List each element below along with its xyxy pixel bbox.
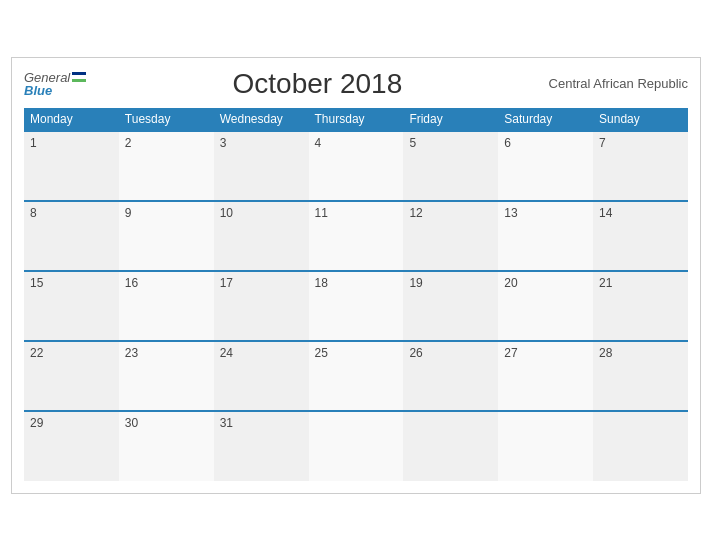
calendar-day-12: 12 bbox=[403, 201, 498, 271]
day-number: 30 bbox=[125, 416, 138, 430]
day-number: 2 bbox=[125, 136, 132, 150]
calendar-empty-cell bbox=[498, 411, 593, 481]
day-number: 10 bbox=[220, 206, 233, 220]
weekday-header-friday: Friday bbox=[403, 108, 498, 131]
calendar-empty-cell bbox=[403, 411, 498, 481]
calendar-day-29: 29 bbox=[24, 411, 119, 481]
calendar-day-25: 25 bbox=[309, 341, 404, 411]
day-number: 24 bbox=[220, 346, 233, 360]
day-number: 8 bbox=[30, 206, 37, 220]
day-number: 20 bbox=[504, 276, 517, 290]
day-number: 17 bbox=[220, 276, 233, 290]
calendar-day-7: 7 bbox=[593, 131, 688, 201]
calendar-week-row: 22232425262728 bbox=[24, 341, 688, 411]
calendar-day-13: 13 bbox=[498, 201, 593, 271]
calendar-day-8: 8 bbox=[24, 201, 119, 271]
calendar-empty-cell bbox=[309, 411, 404, 481]
logo-flag-icon bbox=[72, 72, 86, 82]
country-name: Central African Republic bbox=[549, 76, 688, 91]
calendar-container: General Blue October 2018 Central Africa… bbox=[11, 57, 701, 494]
calendar-day-26: 26 bbox=[403, 341, 498, 411]
day-number: 5 bbox=[409, 136, 416, 150]
calendar-day-14: 14 bbox=[593, 201, 688, 271]
calendar-day-22: 22 bbox=[24, 341, 119, 411]
calendar-day-21: 21 bbox=[593, 271, 688, 341]
day-number: 21 bbox=[599, 276, 612, 290]
day-number: 27 bbox=[504, 346, 517, 360]
calendar-day-31: 31 bbox=[214, 411, 309, 481]
weekday-header-saturday: Saturday bbox=[498, 108, 593, 131]
calendar-week-row: 1234567 bbox=[24, 131, 688, 201]
calendar-day-5: 5 bbox=[403, 131, 498, 201]
calendar-week-row: 891011121314 bbox=[24, 201, 688, 271]
month-title: October 2018 bbox=[86, 68, 548, 100]
calendar-day-1: 1 bbox=[24, 131, 119, 201]
calendar-week-row: 15161718192021 bbox=[24, 271, 688, 341]
day-number: 7 bbox=[599, 136, 606, 150]
calendar-day-10: 10 bbox=[214, 201, 309, 271]
day-number: 14 bbox=[599, 206, 612, 220]
calendar-day-11: 11 bbox=[309, 201, 404, 271]
calendar-day-4: 4 bbox=[309, 131, 404, 201]
calendar-day-16: 16 bbox=[119, 271, 214, 341]
calendar-day-24: 24 bbox=[214, 341, 309, 411]
day-number: 29 bbox=[30, 416, 43, 430]
day-number: 25 bbox=[315, 346, 328, 360]
calendar-day-15: 15 bbox=[24, 271, 119, 341]
calendar-body: 1234567891011121314151617181920212223242… bbox=[24, 131, 688, 481]
calendar-day-30: 30 bbox=[119, 411, 214, 481]
weekday-header-tuesday: Tuesday bbox=[119, 108, 214, 131]
calendar-day-27: 27 bbox=[498, 341, 593, 411]
weekday-header-wednesday: Wednesday bbox=[214, 108, 309, 131]
day-number: 12 bbox=[409, 206, 422, 220]
calendar-empty-cell bbox=[593, 411, 688, 481]
logo: General Blue bbox=[24, 71, 86, 97]
logo-general-text: General bbox=[24, 71, 70, 84]
day-number: 22 bbox=[30, 346, 43, 360]
calendar-day-3: 3 bbox=[214, 131, 309, 201]
day-number: 15 bbox=[30, 276, 43, 290]
calendar-day-19: 19 bbox=[403, 271, 498, 341]
calendar-table: MondayTuesdayWednesdayThursdayFridaySatu… bbox=[24, 108, 688, 481]
calendar-day-6: 6 bbox=[498, 131, 593, 201]
logo-blue-text: Blue bbox=[24, 84, 86, 97]
day-number: 23 bbox=[125, 346, 138, 360]
calendar-day-28: 28 bbox=[593, 341, 688, 411]
calendar-header: General Blue October 2018 Central Africa… bbox=[24, 68, 688, 100]
day-number: 4 bbox=[315, 136, 322, 150]
day-number: 28 bbox=[599, 346, 612, 360]
day-number: 6 bbox=[504, 136, 511, 150]
day-number: 1 bbox=[30, 136, 37, 150]
calendar-day-9: 9 bbox=[119, 201, 214, 271]
calendar-day-17: 17 bbox=[214, 271, 309, 341]
day-number: 13 bbox=[504, 206, 517, 220]
day-number: 18 bbox=[315, 276, 328, 290]
day-number: 31 bbox=[220, 416, 233, 430]
day-number: 11 bbox=[315, 206, 328, 220]
calendar-day-2: 2 bbox=[119, 131, 214, 201]
calendar-day-23: 23 bbox=[119, 341, 214, 411]
day-number: 9 bbox=[125, 206, 132, 220]
calendar-day-18: 18 bbox=[309, 271, 404, 341]
calendar-week-row: 293031 bbox=[24, 411, 688, 481]
day-number: 3 bbox=[220, 136, 227, 150]
day-number: 16 bbox=[125, 276, 138, 290]
calendar-day-20: 20 bbox=[498, 271, 593, 341]
day-number: 26 bbox=[409, 346, 422, 360]
weekday-header-thursday: Thursday bbox=[309, 108, 404, 131]
weekday-header-sunday: Sunday bbox=[593, 108, 688, 131]
weekday-header-monday: Monday bbox=[24, 108, 119, 131]
calendar-header-row: MondayTuesdayWednesdayThursdayFridaySatu… bbox=[24, 108, 688, 131]
day-number: 19 bbox=[409, 276, 422, 290]
